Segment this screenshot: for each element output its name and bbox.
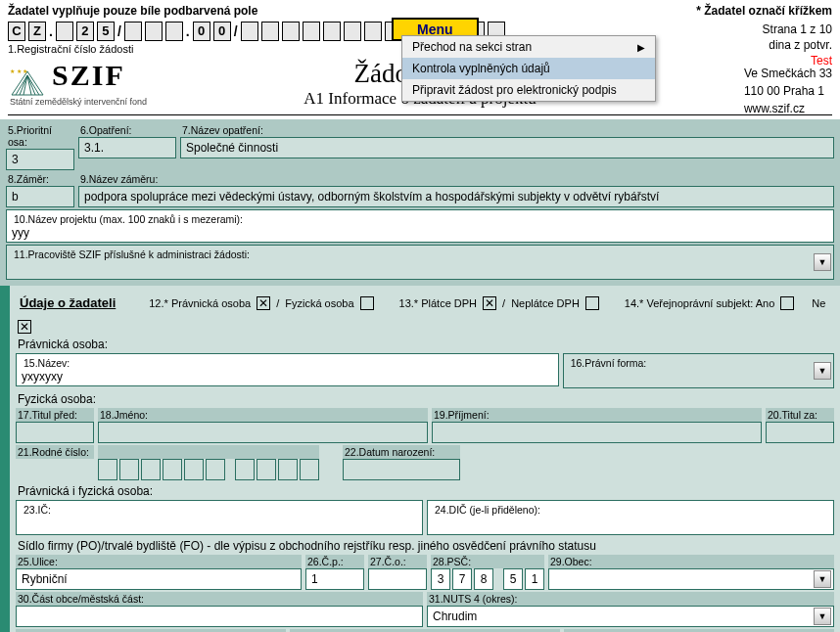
reg-box [165,22,183,41]
field-24-wrap[interactable]: 24.DIČ (je-li přiděleno): [427,500,834,535]
reg-box [364,22,382,41]
field-15-wrap[interactable]: 15.Název:yxyxyxy [16,353,559,386]
label-19: 19.Příjmení: [432,408,762,422]
label-15: 15.Název: [22,356,553,370]
reg-sep: . [49,23,53,39]
field-19 [432,422,762,443]
menu-item-label: Připravit žádost pro elektronický podpis [412,83,617,97]
checkbox-verej-ano[interactable] [780,296,794,310]
reg-box: C [8,22,25,41]
label-24: 24.DIČ (je-li přiděleno): [433,503,828,517]
label-13: 13.* Plátce DPH [399,297,477,309]
label-5: 5.Prioritní osa: [6,123,74,149]
dropdown-icon[interactable]: ▼ [814,570,831,588]
label-18: 18.Jméno: [98,408,428,422]
menu-item-label: Kontrola vyplněných údajů [412,62,550,75]
dropdown-icon[interactable]: ▼ [814,362,831,380]
field-30[interactable] [16,606,423,627]
field-15: yxyxyxy [22,370,553,384]
reg-box: 5 [97,22,115,41]
label-30: 30.Část obce/městská část: [16,592,423,606]
field-21-boxes [98,459,319,480]
field-5: 3 [6,149,74,170]
reg-box [241,22,258,41]
psc-box: 8 [474,568,493,590]
field-6: 3.1. [78,137,176,158]
field-22 [343,459,460,480]
field-31[interactable]: Chrudim▼ [427,606,834,627]
instruction-left: Žadatel vyplňuje pouze bíle podbarvená p… [8,4,257,18]
checkbox-pravnicka-osoba[interactable] [257,296,270,310]
svg-line-4 [27,75,35,95]
reg-sep: / [117,23,121,39]
page-info: Strana 1 z 10 [763,22,832,37]
dina-text: dina z potvr. [763,37,832,53]
addr-line: 110 00 Praha 1 [744,82,832,100]
menu-item-check[interactable]: Kontrola vyplněných údajů [402,58,655,79]
reg-box [282,22,300,41]
field-31-value: Chrudim [433,609,477,623]
label-14b: Ne [812,297,825,309]
checkbox-neplatce-dph[interactable] [585,296,599,310]
heading-both: Právnická i fyzická osoba: [16,482,834,500]
szif-text: SZIF [52,59,125,92]
szif-subtitle: Státní zemědělský intervenční fond [10,97,147,107]
label-20: 20.Titul za: [766,408,834,422]
label-8: 8.Záměr: [6,172,74,186]
reg-box: 0 [213,22,231,41]
field-7: Společné činnosti [180,137,834,158]
label-23: 23.IČ: [22,503,417,517]
field-28[interactable]: 3 7 8 5 1 [431,568,544,590]
heading-fyzicka: Fyzická osoba: [16,390,834,408]
rc-box [119,459,139,480]
field-29[interactable]: ▼ [548,568,834,590]
reg-sep: / [234,23,238,39]
reg-box [145,22,163,41]
menu-item-prepare[interactable]: Připravit žádost pro elektronický podpis [402,79,655,101]
field-27[interactable] [368,568,427,590]
checkbox-platce-dph[interactable] [483,296,496,310]
label-31: 31.NUTS 4 (okres): [427,592,834,606]
szif-logo: ★ ★ ★ SZIF Státní zemědělský intervenční… [10,59,147,107]
field-25[interactable]: Rybniční [16,568,302,590]
label-28: 28.PSČ: [431,555,544,568]
field-9: podpora spolupráce mezi vědeckými ústavy… [78,186,834,207]
reg-box [261,22,279,41]
field-23-wrap[interactable]: 23.IČ: [16,500,423,535]
svg-text:★ ★ ★: ★ ★ ★ [10,68,27,74]
label-7: 7.Název opatření: [180,123,834,137]
rc-box [98,459,117,480]
label-17: 17.Titul před: [16,408,94,422]
label-26: 26.Č.p.: [305,555,364,568]
addr-line: Ve Smečkách 33 [744,65,832,82]
reg-box: 2 [76,22,94,41]
reg-box [56,22,73,41]
header-right-info: Strana 1 z 10 dina z potvr. Test [763,22,832,68]
checkbox-verej-ne[interactable] [18,320,31,334]
menu-item-sections[interactable]: Přechod na sekci stran ▶ [402,36,655,58]
field-8: b [6,186,74,207]
checkbox-fyzicka-osoba[interactable] [360,296,374,310]
field-16-wrap[interactable]: 16.Právní forma:▼ [563,353,834,388]
dropdown-icon[interactable]: ▼ [814,253,831,271]
svg-line-1 [20,75,27,95]
label-16: 16.Právní forma: [569,356,828,370]
field-10-wrap[interactable]: 10.Název projektu (max. 100 znaků i s me… [6,209,834,243]
addr-link[interactable]: www.szif.cz [744,100,832,117]
label-29: 29.Obec: [548,555,834,568]
dropdown-icon[interactable]: ▼ [814,608,831,625]
field-26[interactable]: 1 [305,568,364,590]
rc-box [184,459,204,480]
label-11: 11.Pracoviště SZIF příslušné k administr… [12,248,828,261]
psc-box: 7 [452,568,472,590]
heading-pravnicka: Právnická osoba: [16,336,834,353]
field-17 [16,422,94,443]
reg-box: 0 [193,22,210,41]
section-udaje: Údaje o žadateli [18,292,117,314]
label-22: 22.Datum narození: [343,445,460,459]
field-10: yyy [12,226,828,240]
psc-box: 5 [503,568,523,590]
rc-box [163,459,182,480]
field-11-wrap[interactable]: 11.Pracoviště SZIF příslušné k administr… [6,245,834,280]
label-12: 12.* Právnická osoba [149,297,251,309]
